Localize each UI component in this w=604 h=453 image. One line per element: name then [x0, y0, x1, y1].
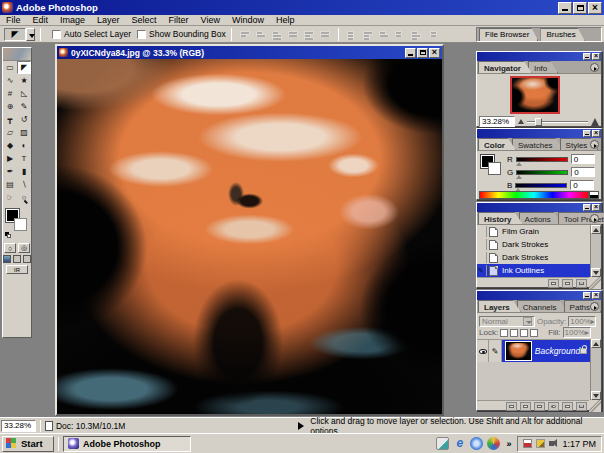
standard-mode-button[interactable]: ○	[4, 243, 16, 253]
menu-filter[interactable]: Filter	[163, 15, 195, 25]
new-layer-button[interactable]	[562, 402, 573, 411]
lock-all-checkbox[interactable]	[530, 329, 538, 337]
layer-name[interactable]: Background	[535, 346, 580, 356]
history-state-ink-outlines[interactable]: ✎ Ink Outlines	[477, 264, 590, 277]
task-button-photoshop[interactable]: Adobe Photoshop	[63, 436, 191, 452]
history-source-well[interactable]	[477, 226, 487, 237]
layers-scrollbar[interactable]	[590, 339, 601, 400]
fullscreen-mode-button[interactable]	[23, 255, 31, 263]
document-maximize-button[interactable]	[417, 48, 428, 58]
show-desktop-icon[interactable]	[436, 437, 449, 450]
tool-hand[interactable]: ☞	[3, 191, 17, 204]
tool-notes[interactable]: ▤	[3, 178, 17, 191]
tab-navigator[interactable]: Navigator	[478, 61, 532, 73]
tool-slice[interactable]: ◺	[17, 87, 31, 100]
new-snapshot-button[interactable]	[562, 279, 573, 288]
tab-color[interactable]: Color	[478, 138, 516, 150]
history-state-dark-strokes-2[interactable]: Dark Strokes	[477, 251, 590, 264]
tab-history[interactable]: History	[478, 212, 523, 224]
brushes-tab[interactable]: Brushes	[540, 28, 584, 41]
tool-path-selection[interactable]: ▶	[3, 152, 17, 165]
palette-collapse-button[interactable]	[583, 130, 591, 137]
fullscreen-menubar-mode-button[interactable]	[13, 255, 21, 263]
status-zoom-field[interactable]: 33.28%	[1, 420, 36, 432]
tab-actions[interactable]: Actions	[519, 212, 562, 224]
volume-icon[interactable]	[549, 441, 554, 446]
history-palette-titlebar[interactable]	[477, 203, 601, 212]
delete-layer-button[interactable]	[576, 402, 587, 411]
navigator-thumbnail[interactable]	[510, 76, 560, 114]
tool-shape[interactable]: ▮	[17, 165, 31, 178]
tool-preset-dropdown[interactable]	[26, 28, 35, 41]
blue-value-field[interactable]: 0	[570, 180, 594, 190]
palette-collapse-button[interactable]	[583, 53, 591, 60]
palette-menu-button[interactable]	[590, 302, 599, 311]
zoom-slider-thumb[interactable]	[535, 118, 542, 126]
scroll-up-button[interactable]	[591, 225, 601, 234]
palette-resize-grip[interactable]	[589, 277, 601, 289]
fill-field[interactable]: 100%▸	[563, 327, 591, 338]
lock-position-checkbox[interactable]	[520, 329, 528, 337]
navigator-palette-titlebar[interactable]	[477, 52, 601, 61]
tool-crop[interactable]: #	[3, 87, 17, 100]
file-browser-tab[interactable]: File Browser	[479, 28, 538, 41]
lock-image-checkbox[interactable]	[510, 329, 518, 337]
default-colors-icon[interactable]	[5, 232, 12, 239]
menu-image[interactable]: Image	[54, 15, 91, 25]
start-button[interactable]: Start	[2, 436, 54, 452]
color-background-swatch[interactable]	[488, 162, 501, 175]
palette-close-button[interactable]	[592, 130, 600, 137]
document-minimize-button[interactable]	[405, 48, 416, 58]
scroll-down-button[interactable]	[591, 268, 601, 277]
palette-close-button[interactable]	[592, 204, 600, 211]
tool-blur[interactable]: ◆	[3, 139, 17, 152]
history-state-dark-strokes-1[interactable]: Dark Strokes	[477, 238, 590, 251]
tool-lasso[interactable]: ∿	[3, 74, 17, 87]
tool-brush[interactable]: ✎	[17, 100, 31, 113]
scroll-up-button[interactable]	[591, 339, 601, 348]
tool-history-brush[interactable]: ↺	[17, 113, 31, 126]
tool-move[interactable]: ◤	[17, 61, 31, 74]
document-titlebar[interactable]: 0yXICNdya84.jpg @ 33.3% (RGB) ×	[57, 46, 442, 59]
zoom-out-icon[interactable]	[518, 119, 524, 124]
new-document-from-state-button[interactable]	[548, 279, 559, 288]
tool-eyedropper[interactable]: ∖	[17, 178, 31, 191]
tray-icon-1[interactable]	[523, 439, 532, 448]
menu-layer[interactable]: Layer	[91, 15, 126, 25]
tab-swatches[interactable]: Swatches	[512, 138, 564, 150]
menu-help[interactable]: Help	[270, 15, 301, 25]
tool-dodge[interactable]: ◐	[17, 139, 31, 152]
standard-screen-mode-button[interactable]	[3, 255, 11, 263]
palette-close-button[interactable]	[592, 292, 600, 299]
tool-type[interactable]: T	[17, 152, 31, 165]
green-value-field[interactable]: 0	[571, 167, 595, 177]
blend-mode-dropdown[interactable]: Normal	[479, 316, 535, 327]
menu-window[interactable]: Window	[226, 15, 270, 25]
palette-menu-button[interactable]	[590, 140, 599, 149]
add-layer-mask-button[interactable]	[520, 402, 531, 411]
menu-view[interactable]: View	[195, 15, 226, 25]
new-layer-set-button[interactable]	[534, 402, 545, 411]
layer-style-button[interactable]	[506, 402, 517, 411]
document-close-button[interactable]: ×	[429, 48, 440, 58]
palette-collapse-button[interactable]	[583, 204, 591, 211]
tool-healing-brush[interactable]: ⊕	[3, 100, 17, 113]
tool-eraser[interactable]: ▱	[3, 126, 17, 139]
overflow-chevron-icon[interactable]: »	[506, 439, 511, 449]
green-slider[interactable]	[516, 170, 568, 175]
menu-edit[interactable]: Edit	[27, 15, 55, 25]
background-color-swatch[interactable]	[14, 218, 27, 231]
palette-close-button[interactable]	[592, 53, 600, 60]
palette-menu-button[interactable]	[590, 214, 599, 223]
status-menu-arrow-icon[interactable]	[298, 422, 304, 430]
layer-visibility-toggle[interactable]	[477, 340, 489, 362]
tab-info[interactable]: Info	[528, 61, 558, 73]
tab-channels[interactable]: Channels	[517, 300, 568, 312]
opacity-field[interactable]: 100%▸	[568, 316, 596, 327]
history-source-well[interactable]	[477, 252, 487, 263]
tool-pen[interactable]: ✒	[3, 165, 17, 178]
green-slider-thumb[interactable]	[516, 175, 522, 179]
jump-to-imageready-button[interactable]: IR	[6, 265, 28, 274]
quick-launch-icon-4[interactable]	[487, 437, 500, 450]
layers-palette-titlebar[interactable]	[477, 291, 601, 300]
